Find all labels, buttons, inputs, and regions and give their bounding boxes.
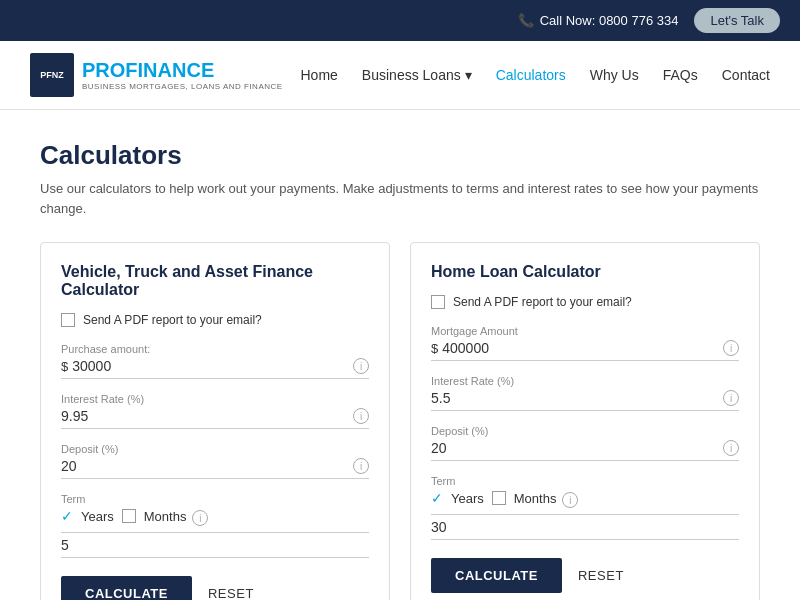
vehicle-months-checkbox[interactable] (122, 509, 136, 523)
vehicle-pdf-row: Send A PDF report to your email? (61, 313, 369, 327)
logo-icon: PFNZ (30, 53, 74, 97)
nav-business-loans[interactable]: Business Loans ▾ (362, 67, 472, 83)
logo-sub: BUSINESS MORTGAGES, LOANS AND FINANCE (82, 82, 283, 91)
homeloan-interest-label: Interest Rate (%) (431, 375, 739, 387)
page-title: Calculators (40, 140, 760, 171)
homeloan-calc-title: Home Loan Calculator (431, 263, 739, 281)
homeloan-pdf-checkbox[interactable] (431, 295, 445, 309)
homeloan-deposit-field: Deposit (%) i (431, 425, 739, 461)
homeloan-years-check-icon: ✓ (431, 490, 443, 506)
vehicle-years-check-icon: ✓ (61, 508, 73, 524)
vehicle-calculator-card: Vehicle, Truck and Asset Finance Calcula… (40, 242, 390, 600)
homeloan-mortgage-field: Mortgage Amount $ i (431, 325, 739, 361)
vehicle-purchase-field: Purchase amount: $ i (61, 343, 369, 379)
vehicle-deposit-info-icon[interactable]: i (353, 458, 369, 474)
phone-info: 📞 Call Now: 0800 776 334 (518, 13, 679, 28)
homeloan-calculator-card: Home Loan Calculator Send A PDF report t… (410, 242, 760, 600)
vehicle-deposit-field: Deposit (%) i (61, 443, 369, 479)
homeloan-reset-button[interactable]: RESET (578, 568, 624, 583)
homeloan-pdf-row: Send A PDF report to your email? (431, 295, 739, 309)
homeloan-term-input[interactable] (431, 519, 739, 535)
homeloan-years-label: Years (451, 491, 484, 506)
homeloan-months-checkbox[interactable] (492, 491, 506, 505)
top-bar: 📞 Call Now: 0800 776 334 Let's Talk (0, 0, 800, 41)
nav-home[interactable]: Home (301, 67, 338, 83)
logo-text: PROFINANCE BUSINESS MORTGAGES, LOANS AND… (82, 59, 283, 91)
vehicle-term-label: Term (61, 493, 369, 505)
vehicle-purchase-prefix: $ (61, 359, 68, 374)
homeloan-term-field: Term ✓ Years Months i (431, 475, 739, 540)
main-content: Calculators Use our calculators to help … (0, 110, 800, 600)
vehicle-deposit-input[interactable] (61, 458, 347, 474)
vehicle-interest-input[interactable] (61, 408, 347, 424)
vehicle-interest-info-icon[interactable]: i (353, 408, 369, 424)
vehicle-pdf-label: Send A PDF report to your email? (83, 313, 262, 327)
vehicle-years-label: Years (81, 509, 114, 524)
logo-name: PROFINANCE (82, 59, 283, 82)
vehicle-term-field: Term ✓ Years Months i (61, 493, 369, 558)
logo-finance: FINANCE (125, 59, 214, 81)
logo-pro: PRO (82, 59, 125, 81)
homeloan-interest-field: Interest Rate (%) i (431, 375, 739, 411)
vehicle-btn-row: CALCULATE RESET (61, 576, 369, 600)
vehicle-calc-title: Vehicle, Truck and Asset Finance Calcula… (61, 263, 369, 299)
homeloan-mortgage-label: Mortgage Amount (431, 325, 739, 337)
nav-calculators[interactable]: Calculators (496, 67, 566, 83)
homeloan-mortgage-input[interactable] (442, 340, 717, 356)
header: PFNZ PROFINANCE BUSINESS MORTGAGES, LOAN… (0, 41, 800, 110)
vehicle-term-input[interactable] (61, 537, 369, 553)
homeloan-deposit-info-icon[interactable]: i (723, 440, 739, 456)
vehicle-interest-field: Interest Rate (%) i (61, 393, 369, 429)
vehicle-deposit-label: Deposit (%) (61, 443, 369, 455)
nav-why-us[interactable]: Why Us (590, 67, 639, 83)
homeloan-interest-info-icon[interactable]: i (723, 390, 739, 406)
vehicle-term-info-icon[interactable]: i (192, 510, 208, 526)
vehicle-calculate-button[interactable]: CALCULATE (61, 576, 192, 600)
chevron-down-icon: ▾ (465, 67, 472, 83)
homeloan-mortgage-info-icon[interactable]: i (723, 340, 739, 356)
lets-talk-button[interactable]: Let's Talk (694, 8, 780, 33)
logo: PFNZ PROFINANCE BUSINESS MORTGAGES, LOAN… (30, 53, 283, 97)
calculators-grid: Vehicle, Truck and Asset Finance Calcula… (40, 242, 760, 600)
homeloan-calculate-button[interactable]: CALCULATE (431, 558, 562, 593)
homeloan-btn-row: CALCULATE RESET (431, 558, 739, 593)
homeloan-term-info-icon[interactable]: i (562, 492, 578, 508)
phone-icon: 📞 (518, 13, 534, 28)
homeloan-pdf-label: Send A PDF report to your email? (453, 295, 632, 309)
vehicle-months-label: Months (144, 509, 187, 524)
homeloan-deposit-input[interactable] (431, 440, 717, 456)
vehicle-purchase-input[interactable] (72, 358, 347, 374)
page-description: Use our calculators to help work out you… (40, 179, 760, 218)
vehicle-interest-label: Interest Rate (%) (61, 393, 369, 405)
homeloan-deposit-label: Deposit (%) (431, 425, 739, 437)
homeloan-term-label: Term (431, 475, 739, 487)
vehicle-reset-button[interactable]: RESET (208, 586, 254, 600)
nav-contact[interactable]: Contact (722, 67, 770, 83)
phone-number: Call Now: 0800 776 334 (540, 13, 679, 28)
main-nav: Home Business Loans ▾ Calculators Why Us… (301, 67, 771, 83)
homeloan-interest-input[interactable] (431, 390, 717, 406)
homeloan-mortgage-prefix: $ (431, 341, 438, 356)
vehicle-purchase-info-icon[interactable]: i (353, 358, 369, 374)
vehicle-pdf-checkbox[interactable] (61, 313, 75, 327)
nav-faqs[interactable]: FAQs (663, 67, 698, 83)
vehicle-purchase-label: Purchase amount: (61, 343, 369, 355)
homeloan-months-label: Months (514, 491, 557, 506)
